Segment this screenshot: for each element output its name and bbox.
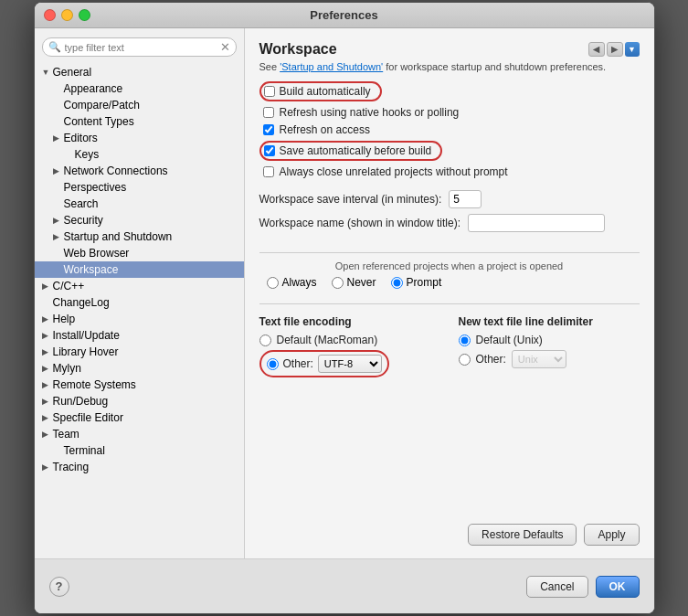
encoding-other-radio[interactable] xyxy=(267,358,279,370)
minimize-button[interactable] xyxy=(61,9,73,21)
maximize-button[interactable] xyxy=(79,9,90,21)
sidebar-item-general[interactable]: ▼ General xyxy=(35,64,244,80)
forward-arrow[interactable]: ▶ xyxy=(607,42,623,57)
restore-defaults-button[interactable]: Restore Defaults xyxy=(468,524,577,546)
save-interval-input[interactable] xyxy=(449,190,482,208)
sidebar-item-compare-patch[interactable]: Compare/Patch xyxy=(35,97,244,113)
sidebar: 🔍 ✕ ▼ General Appearance Compare/Patch xyxy=(35,28,245,558)
open-referenced-radios: Always Never Prompt xyxy=(267,276,640,289)
dialog-buttons: Cancel OK xyxy=(526,576,639,598)
build-auto-row: Build automatically xyxy=(259,81,640,101)
close-unrelated-label[interactable]: Always close unrelated projects without … xyxy=(280,165,508,178)
help-button[interactable]: ? xyxy=(49,577,69,597)
nav-dropdown[interactable]: ▼ xyxy=(625,42,640,57)
sidebar-item-tracing[interactable]: ▶ Tracing xyxy=(35,459,244,475)
build-auto-checkbox[interactable] xyxy=(264,86,275,97)
always-label[interactable]: Always xyxy=(282,276,317,289)
workspace-name-input[interactable] xyxy=(468,214,605,232)
workspace-name-label: Workspace name (shown in window title): xyxy=(259,217,461,229)
separator-2 xyxy=(259,303,640,304)
prompt-label[interactable]: Prompt xyxy=(407,276,442,289)
sidebar-item-run-debug[interactable]: ▶ Run/Debug xyxy=(35,393,244,409)
close-button[interactable] xyxy=(44,9,56,21)
close-unrelated-row: Always close unrelated projects without … xyxy=(263,165,640,178)
main-content: 🔍 ✕ ▼ General Appearance Compare/Patch xyxy=(35,28,654,558)
sidebar-item-library-hover[interactable]: ▶ Library Hover xyxy=(35,344,244,360)
back-arrow[interactable]: ◀ xyxy=(588,42,605,57)
workspace-name-row: Workspace name (shown in window title): xyxy=(259,214,640,232)
always-radio[interactable] xyxy=(267,277,279,289)
cancel-button[interactable]: Cancel xyxy=(526,576,587,598)
refresh-access-row: Refresh on access xyxy=(263,123,640,136)
sidebar-item-install-update[interactable]: ▶ Install/Update xyxy=(35,327,244,344)
titlebar: Preferences xyxy=(35,3,654,28)
delimiter-title: New text file line delimiter xyxy=(459,315,640,328)
sidebar-item-web-browser[interactable]: Web Browser xyxy=(35,245,244,261)
apply-button[interactable]: Apply xyxy=(584,524,639,546)
workspace-fields-section: Workspace save interval (in minutes): Wo… xyxy=(259,190,640,238)
always-option: Always xyxy=(267,276,317,289)
open-referenced-section: Open referenced projects when a project … xyxy=(259,260,640,289)
delimiter-default-label[interactable]: Default (Unix) xyxy=(476,334,543,346)
tree-navigation: ▼ General Appearance Compare/Patch Conte… xyxy=(35,64,244,553)
search-box[interactable]: 🔍 ✕ xyxy=(42,37,237,57)
refresh-access-checkbox[interactable] xyxy=(263,124,274,135)
save-before-build-row: Save automatically before build xyxy=(259,141,640,161)
delimiter-default-radio[interactable] xyxy=(459,335,471,346)
delimiter-default-row: Default (Unix) xyxy=(459,334,640,346)
delimiter-other-label[interactable]: Other: xyxy=(476,353,506,366)
subtitle: See 'Startup and Shutdown' for workspace… xyxy=(259,61,640,72)
main-panel: Workspace ◀ ▶ ▼ See 'Startup and Shutdow… xyxy=(245,28,654,558)
sidebar-item-workspace[interactable]: Workspace xyxy=(35,261,244,278)
sidebar-item-keys[interactable]: Keys xyxy=(35,146,244,163)
delimiter-select[interactable]: Unix xyxy=(512,350,566,368)
encoding-select[interactable]: UTF-8 xyxy=(318,355,382,373)
sidebar-item-terminal[interactable]: Terminal xyxy=(35,442,244,459)
prompt-option: Prompt xyxy=(391,276,442,289)
encoding-other-label[interactable]: Other: xyxy=(283,357,313,370)
search-input[interactable] xyxy=(65,42,217,53)
startup-shutdown-link[interactable]: 'Startup and Shutdown' xyxy=(280,61,383,72)
native-hooks-checkbox[interactable] xyxy=(263,107,274,118)
sidebar-item-startup-shutdown[interactable]: ▶ Startup and Shutdown xyxy=(35,228,244,245)
encoding-default-row: Default (MacRoman) xyxy=(259,334,440,346)
sidebar-item-appearance[interactable]: Appearance xyxy=(35,80,244,97)
separator-1 xyxy=(259,252,640,253)
never-radio[interactable] xyxy=(332,277,344,289)
encoding-other-row: Other: UTF-8 xyxy=(259,350,440,377)
window-controls xyxy=(44,9,90,21)
encoding-default-radio[interactable] xyxy=(259,335,271,346)
sidebar-item-help[interactable]: ▶ Help xyxy=(35,311,244,327)
sidebar-item-specfile-editor[interactable]: ▶ Specfile Editor xyxy=(35,409,244,426)
delimiter-other-row: Other: Unix xyxy=(459,350,640,368)
sidebar-item-team[interactable]: ▶ Team xyxy=(35,426,244,442)
delimiter-other-radio[interactable] xyxy=(459,354,471,366)
save-interval-label: Workspace save interval (in minutes): xyxy=(259,193,442,206)
checkboxes-section: Build automatically Refresh using native… xyxy=(259,81,640,183)
never-label[interactable]: Never xyxy=(347,276,376,289)
sidebar-item-editors[interactable]: ▶ Editors xyxy=(35,130,244,146)
prompt-radio[interactable] xyxy=(391,277,403,289)
sidebar-item-content-types[interactable]: Content Types xyxy=(35,113,244,130)
sidebar-item-remote-systems[interactable]: ▶ Remote Systems xyxy=(35,377,244,393)
sidebar-item-changelog[interactable]: ChangeLog xyxy=(35,294,244,311)
search-clear-icon[interactable]: ✕ xyxy=(220,40,230,54)
build-auto-label[interactable]: Build automatically xyxy=(280,85,371,98)
sidebar-item-perspectives[interactable]: Perspectives xyxy=(35,179,244,196)
navigation-arrows: ◀ ▶ ▼ xyxy=(588,42,640,57)
sidebar-item-cpp[interactable]: ▶ C/C++ xyxy=(35,278,244,294)
preferences-window: Preferences 🔍 ✕ ▼ General Appearance xyxy=(34,2,655,614)
sidebar-item-security[interactable]: ▶ Security xyxy=(35,212,244,228)
sidebar-item-network-connections[interactable]: ▶ Network Connections xyxy=(35,163,244,179)
ok-button[interactable]: OK xyxy=(596,576,640,598)
encoding-title: Text file encoding xyxy=(259,315,440,328)
save-before-build-label[interactable]: Save automatically before build xyxy=(280,144,432,157)
save-before-build-checkbox[interactable] xyxy=(264,145,275,156)
encoding-default-label[interactable]: Default (MacRoman) xyxy=(277,334,378,346)
refresh-access-label[interactable]: Refresh on access xyxy=(280,123,370,136)
close-unrelated-checkbox[interactable] xyxy=(263,166,274,177)
native-hooks-label[interactable]: Refresh using native hooks or polling xyxy=(280,106,460,119)
sidebar-item-search[interactable]: Search xyxy=(35,196,244,212)
sidebar-item-mylyn[interactable]: ▶ Mylyn xyxy=(35,360,244,377)
save-interval-row: Workspace save interval (in minutes): xyxy=(259,190,640,208)
